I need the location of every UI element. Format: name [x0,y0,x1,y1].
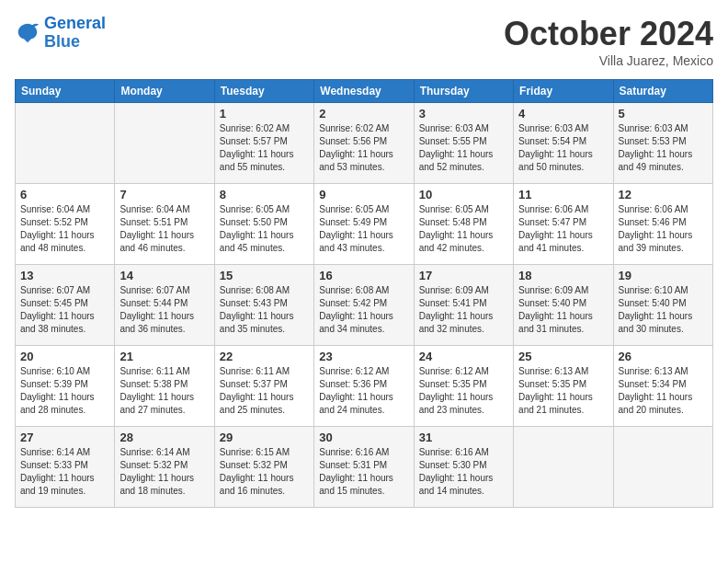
day-number: 25 [518,350,608,363]
day-number: 15 [220,269,309,282]
weekday-header: Thursday [414,80,513,103]
calendar-table: SundayMondayTuesdayWednesdayThursdayFrid… [15,79,713,508]
day-info: Sunrise: 6:11 AM Sunset: 5:37 PM Dayligh… [220,365,309,417]
calendar-cell: 17Sunrise: 6:09 AM Sunset: 5:41 PM Dayli… [414,265,513,346]
calendar-cell: 4Sunrise: 6:03 AM Sunset: 5:54 PM Daylig… [514,103,613,184]
calendar-cell: 15Sunrise: 6:08 AM Sunset: 5:43 PM Dayli… [214,265,313,346]
calendar-cell: 27Sunrise: 6:14 AM Sunset: 5:33 PM Dayli… [16,427,115,508]
calendar-cell: 10Sunrise: 6:05 AM Sunset: 5:48 PM Dayli… [414,184,513,265]
day-number: 22 [220,350,309,363]
calendar-cell [514,427,613,508]
calendar-cell: 24Sunrise: 6:12 AM Sunset: 5:35 PM Dayli… [414,346,513,427]
day-info: Sunrise: 6:03 AM Sunset: 5:53 PM Dayligh… [619,122,708,174]
day-info: Sunrise: 6:13 AM Sunset: 5:35 PM Dayligh… [518,365,608,417]
day-number: 26 [619,350,708,363]
calendar-header: SundayMondayTuesdayWednesdayThursdayFrid… [16,80,713,103]
day-info: Sunrise: 6:02 AM Sunset: 5:57 PM Dayligh… [220,122,309,174]
day-info: Sunrise: 6:13 AM Sunset: 5:34 PM Dayligh… [619,365,708,417]
day-number: 1 [220,107,309,121]
day-info: Sunrise: 6:05 AM Sunset: 5:50 PM Dayligh… [220,203,309,255]
calendar-cell: 6Sunrise: 6:04 AM Sunset: 5:52 PM Daylig… [16,184,115,265]
day-info: Sunrise: 6:07 AM Sunset: 5:44 PM Dayligh… [119,284,209,336]
calendar-cell [115,103,214,184]
weekday-header: Monday [115,80,214,103]
calendar-week-row: 1Sunrise: 6:02 AM Sunset: 5:57 PM Daylig… [16,103,713,184]
day-info: Sunrise: 6:14 AM Sunset: 5:32 PM Dayligh… [119,446,209,498]
day-info: Sunrise: 6:04 AM Sunset: 5:51 PM Dayligh… [119,203,209,255]
weekday-header: Wednesday [314,80,414,103]
logo: General Blue [15,15,106,52]
day-number: 12 [619,188,708,201]
day-info: Sunrise: 6:03 AM Sunset: 5:54 PM Dayligh… [518,122,608,174]
calendar-cell: 13Sunrise: 6:07 AM Sunset: 5:45 PM Dayli… [16,265,115,346]
weekday-header: Sunday [16,80,115,103]
day-number: 3 [419,107,508,121]
calendar-cell [613,427,712,508]
day-info: Sunrise: 6:11 AM Sunset: 5:38 PM Dayligh… [119,365,209,417]
calendar-cell: 20Sunrise: 6:10 AM Sunset: 5:39 PM Dayli… [16,346,115,427]
calendar-cell: 29Sunrise: 6:15 AM Sunset: 5:32 PM Dayli… [214,427,313,508]
day-number: 21 [119,350,209,363]
day-number: 19 [619,269,708,282]
day-number: 13 [20,269,109,282]
day-info: Sunrise: 6:06 AM Sunset: 5:46 PM Dayligh… [619,203,708,255]
calendar-cell [16,103,115,184]
day-number: 28 [119,431,209,444]
day-number: 14 [119,269,209,282]
day-number: 17 [419,269,508,282]
day-number: 16 [319,269,408,282]
logo-icon [15,20,40,46]
calendar-cell: 23Sunrise: 6:12 AM Sunset: 5:36 PM Dayli… [314,346,414,427]
day-number: 11 [518,188,608,201]
day-number: 8 [220,188,309,201]
day-number: 9 [319,188,408,201]
day-number: 20 [20,350,109,363]
calendar-cell: 7Sunrise: 6:04 AM Sunset: 5:51 PM Daylig… [115,184,214,265]
calendar-cell: 31Sunrise: 6:16 AM Sunset: 5:30 PM Dayli… [414,427,513,508]
day-number: 23 [319,350,408,363]
day-info: Sunrise: 6:04 AM Sunset: 5:52 PM Dayligh… [20,203,109,255]
calendar-cell: 9Sunrise: 6:05 AM Sunset: 5:49 PM Daylig… [314,184,414,265]
calendar-week-row: 13Sunrise: 6:07 AM Sunset: 5:45 PM Dayli… [16,265,713,346]
calendar-cell: 30Sunrise: 6:16 AM Sunset: 5:31 PM Dayli… [314,427,414,508]
calendar-week-row: 6Sunrise: 6:04 AM Sunset: 5:52 PM Daylig… [16,184,713,265]
day-info: Sunrise: 6:10 AM Sunset: 5:40 PM Dayligh… [619,284,708,336]
calendar-cell: 28Sunrise: 6:14 AM Sunset: 5:32 PM Dayli… [115,427,214,508]
day-info: Sunrise: 6:10 AM Sunset: 5:39 PM Dayligh… [20,365,109,417]
day-info: Sunrise: 6:05 AM Sunset: 5:49 PM Dayligh… [319,203,408,255]
calendar-cell: 18Sunrise: 6:09 AM Sunset: 5:40 PM Dayli… [514,265,613,346]
weekday-header: Saturday [613,80,712,103]
calendar-cell: 1Sunrise: 6:02 AM Sunset: 5:57 PM Daylig… [214,103,313,184]
day-info: Sunrise: 6:16 AM Sunset: 5:31 PM Dayligh… [319,446,408,498]
day-number: 7 [119,188,209,201]
day-info: Sunrise: 6:09 AM Sunset: 5:41 PM Dayligh… [419,284,508,336]
day-info: Sunrise: 6:03 AM Sunset: 5:55 PM Dayligh… [419,122,508,174]
calendar-cell: 12Sunrise: 6:06 AM Sunset: 5:46 PM Dayli… [613,184,712,265]
calendar-cell: 14Sunrise: 6:07 AM Sunset: 5:44 PM Dayli… [115,265,214,346]
calendar-cell: 8Sunrise: 6:05 AM Sunset: 5:50 PM Daylig… [214,184,313,265]
calendar-cell: 5Sunrise: 6:03 AM Sunset: 5:53 PM Daylig… [613,103,712,184]
location-subtitle: Villa Juarez, Mexico [504,53,713,68]
calendar-cell: 19Sunrise: 6:10 AM Sunset: 5:40 PM Dayli… [613,265,712,346]
day-number: 6 [20,188,109,201]
day-number: 24 [419,350,508,363]
calendar-cell: 3Sunrise: 6:03 AM Sunset: 5:55 PM Daylig… [414,103,513,184]
calendar-cell: 11Sunrise: 6:06 AM Sunset: 5:47 PM Dayli… [514,184,613,265]
day-info: Sunrise: 6:08 AM Sunset: 5:42 PM Dayligh… [319,284,408,336]
day-info: Sunrise: 6:12 AM Sunset: 5:35 PM Dayligh… [419,365,508,417]
calendar-cell: 2Sunrise: 6:02 AM Sunset: 5:56 PM Daylig… [314,103,414,184]
weekday-header: Tuesday [214,80,313,103]
day-number: 18 [518,269,608,282]
logo-name: General Blue [44,15,106,52]
calendar-cell: 22Sunrise: 6:11 AM Sunset: 5:37 PM Dayli… [214,346,313,427]
weekday-header: Friday [514,80,613,103]
day-info: Sunrise: 6:07 AM Sunset: 5:45 PM Dayligh… [20,284,109,336]
page-header: General Blue October 2024 Villa Juarez, … [15,15,713,68]
day-number: 30 [319,431,408,444]
day-info: Sunrise: 6:05 AM Sunset: 5:48 PM Dayligh… [419,203,508,255]
day-info: Sunrise: 6:16 AM Sunset: 5:30 PM Dayligh… [419,446,508,498]
calendar-week-row: 20Sunrise: 6:10 AM Sunset: 5:39 PM Dayli… [16,346,713,427]
day-info: Sunrise: 6:02 AM Sunset: 5:56 PM Dayligh… [319,122,408,174]
day-number: 2 [319,107,408,121]
day-number: 10 [419,188,508,201]
